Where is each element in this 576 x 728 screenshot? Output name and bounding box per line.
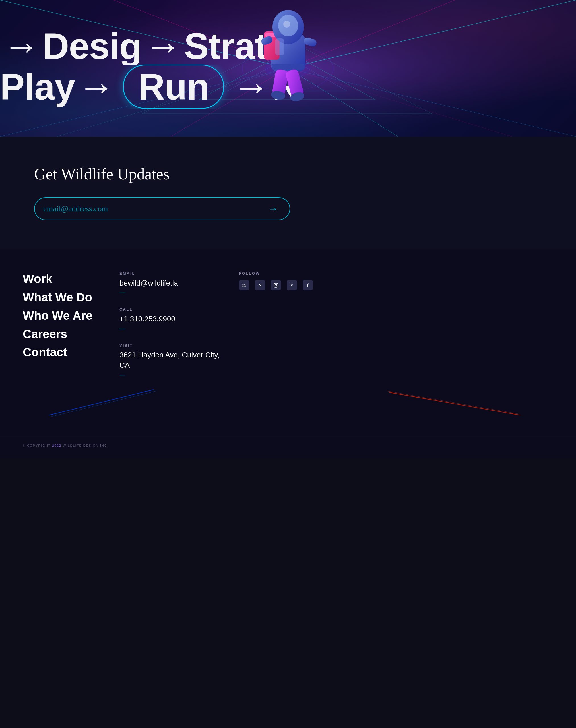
email-dash: — <box>119 289 228 296</box>
nav-item-work[interactable]: Work <box>23 271 114 287</box>
email-input[interactable] <box>43 204 265 213</box>
contact-email-section: EMAIL bewild@wildlife.la — <box>119 271 228 296</box>
follow-label: FOLLOW <box>239 271 553 275</box>
hero-row-2: Play → Run → R <box>0 64 576 109</box>
twitter-icon[interactable]: ✕ <box>255 280 265 290</box>
nav-item-who-we-are[interactable]: Who We Are <box>23 308 114 324</box>
footer: Work What We Do Who We Are Careers Conta… <box>0 249 576 435</box>
arrow-icon-1: → <box>3 28 39 64</box>
svg-point-31 <box>275 284 277 286</box>
footer-decoration <box>23 384 553 418</box>
copyright-suffix: WILDLIFE DESIGN INC. <box>61 444 109 447</box>
svg-rect-30 <box>274 283 278 287</box>
footer-social: FOLLOW in ✕ V f <box>228 271 553 389</box>
newsletter-title: Get Wildlife Updates <box>34 165 542 183</box>
email-form: → <box>34 197 290 220</box>
email-value: bewild@wildlife.la <box>119 278 228 288</box>
hero-section: → Desig → Strate Play → Run → R <box>0 0 576 137</box>
visit-label: VISIT <box>119 343 228 348</box>
submit-button[interactable]: → <box>265 204 281 214</box>
contact-visit-section: VISIT 3621 Hayden Ave, Culver City, CA — <box>119 343 228 378</box>
copyright-prefix: © COPYRIGHT <box>23 444 52 447</box>
email-label: EMAIL <box>119 271 228 275</box>
hero-text-r: R <box>272 68 299 105</box>
social-icons-row: in ✕ V f <box>239 280 553 290</box>
arrow-icon-3: → <box>78 68 114 105</box>
newsletter-section: Get Wildlife Updates → <box>0 137 576 249</box>
svg-line-34 <box>52 391 156 417</box>
visit-dash: — <box>119 372 228 378</box>
hero-run-pill: Run <box>123 64 224 109</box>
copyright-year: 2022 <box>52 444 61 447</box>
facebook-icon[interactable]: f <box>303 280 313 290</box>
svg-line-33 <box>49 389 153 415</box>
nav-item-careers[interactable]: Careers <box>23 326 114 342</box>
visit-value: 3621 Hayden Ave, Culver City, CA <box>119 350 228 371</box>
hero-text-design: Desig <box>42 28 142 64</box>
hero-row-1: → Desig → Strate <box>0 28 576 64</box>
svg-line-35 <box>390 392 520 415</box>
nav-item-contact[interactable]: Contact <box>23 345 114 360</box>
arrow-icon-2: → <box>144 28 181 64</box>
copyright-text: © COPYRIGHT 2022 WILDLIFE DESIGN INC. <box>23 444 553 447</box>
hero-text-strate: Strate <box>184 28 287 64</box>
footer-nav: Work What We Do Who We Are Careers Conta… <box>23 271 114 389</box>
call-value: +1.310.253.9900 <box>119 314 228 324</box>
footer-contact: EMAIL bewild@wildlife.la — CALL +1.310.2… <box>114 271 228 389</box>
svg-point-32 <box>277 284 277 285</box>
contact-call-section: CALL +1.310.253.9900 — <box>119 307 228 331</box>
call-label: CALL <box>119 307 228 311</box>
call-dash: — <box>119 325 228 332</box>
instagram-icon[interactable] <box>271 280 281 290</box>
arrow-icon-4: → <box>233 68 269 105</box>
hero-text-container: → Desig → Strate Play → Run → R <box>0 0 576 137</box>
footer-laser-lines <box>23 384 553 418</box>
linkedin-icon[interactable]: in <box>239 280 249 290</box>
vimeo-icon[interactable]: V <box>287 280 297 290</box>
nav-item-what-we-do[interactable]: What We Do <box>23 290 114 305</box>
hero-text-play: Play <box>0 68 75 105</box>
footer-inner: Work What We Do Who We Are Careers Conta… <box>23 271 553 389</box>
copyright-bar: © COPYRIGHT 2022 WILDLIFE DESIGN INC. <box>0 435 576 459</box>
svg-line-36 <box>387 391 518 414</box>
